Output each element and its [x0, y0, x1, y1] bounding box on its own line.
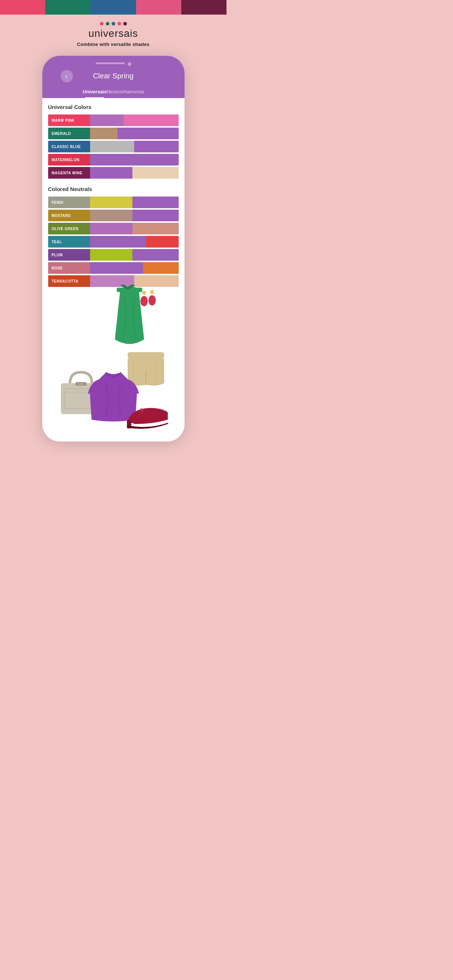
dot-5	[123, 22, 127, 25]
svg-point-2	[150, 290, 154, 294]
svg-point-3	[148, 295, 156, 305]
color-row-olive-green[interactable]: OLIVE GREEN	[48, 223, 179, 234]
olive-green-seg1	[90, 223, 133, 234]
plum-label: PLUM	[48, 249, 90, 261]
warm-pink-seg2	[124, 115, 179, 126]
fendi-seg1	[90, 197, 133, 208]
top-color-strip	[0, 0, 226, 14]
emerald-seg1	[90, 127, 118, 139]
color-row-fendi[interactable]: FENDI	[48, 197, 179, 208]
dot-2	[106, 22, 109, 25]
rose-label: ROSE	[48, 262, 90, 274]
emerald-seg2	[118, 127, 179, 139]
rose-seg1	[90, 262, 144, 274]
app-logo-text: universais	[88, 28, 138, 40]
phone-content: Universal Colors WARM PINK EMERALD CLASS…	[42, 98, 185, 442]
universal-colors-list: WARM PINK EMERALD CLASSIC BLUE WATERMELO…	[48, 115, 179, 179]
warm-pink-label: WARM PINK	[48, 115, 90, 126]
green-skirt-item	[109, 281, 150, 354]
magenta-wine-label: MAGENTA WINE	[48, 167, 90, 179]
color-row-teal[interactable]: TEAL	[48, 236, 179, 248]
mustard-seg1	[90, 210, 133, 221]
mustard-seg2	[132, 210, 179, 221]
magenta-wine-seg2	[132, 167, 179, 179]
logo-area: universais Combine with versatile shades	[0, 14, 226, 50]
red-shoes-item	[124, 401, 171, 431]
tagline-text: Combine with versatile shades	[77, 41, 150, 47]
svg-rect-5	[128, 352, 164, 359]
teal-label: TEAL	[48, 236, 90, 248]
teal-seg1	[90, 236, 147, 248]
back-button[interactable]: ‹	[61, 70, 73, 83]
notch-circle	[128, 62, 131, 66]
tab-neutros[interactable]: Neutros	[107, 86, 123, 98]
color-row-magenta-wine[interactable]: MAGENTA WINE	[48, 167, 179, 179]
phone-notch: ‹ Clear Spring Universais Neutros Harmon…	[42, 56, 185, 98]
strip-wine	[181, 0, 226, 14]
classic-blue-seg2	[134, 141, 179, 153]
universal-colors-title: Universal Colors	[48, 104, 179, 110]
plum-seg1	[90, 249, 133, 261]
dot-1	[100, 22, 104, 25]
strip-teal	[45, 0, 91, 14]
magenta-wine-seg1	[90, 167, 133, 179]
dot-4	[118, 22, 121, 25]
color-row-plum[interactable]: PLUM	[48, 249, 179, 261]
color-row-emerald[interactable]: EMERALD	[48, 127, 179, 139]
phone-header: ‹ Clear Spring	[53, 68, 174, 86]
olive-green-seg2	[132, 223, 179, 234]
notch-pill	[96, 62, 125, 64]
watermelon-label: WATERMELON	[48, 154, 90, 165]
colored-neutrals-title: Colored Neutrals	[48, 186, 179, 192]
warm-pink-seg1	[90, 115, 124, 126]
color-row-classic-blue[interactable]: CLASSIC BLUE	[48, 141, 179, 153]
screen-title: Clear Spring	[93, 72, 134, 80]
phone-frame: ‹ Clear Spring Universais Neutros Harmon…	[42, 56, 185, 442]
strip-blue	[91, 0, 136, 14]
fendi-seg2	[132, 197, 179, 208]
colored-neutrals-list: FENDI MUSTARD OLIVE GREEN TEAL	[48, 197, 179, 287]
tab-harmonia[interactable]: Harmonia	[123, 86, 144, 98]
phone-tabs: Universais Neutros Harmonia	[75, 86, 152, 98]
watermelon-seg1	[90, 154, 179, 165]
svg-rect-9	[78, 383, 84, 385]
color-row-warm-pink[interactable]: WARM PINK	[48, 115, 179, 126]
logo-dots	[100, 22, 127, 25]
tab-universais[interactable]: Universais	[83, 86, 107, 98]
fendi-label: FENDI	[48, 197, 90, 208]
classic-blue-seg1	[90, 141, 135, 153]
classic-blue-label: CLASSIC BLUE	[48, 141, 90, 153]
rose-seg2	[143, 262, 179, 274]
emerald-label: EMERALD	[48, 127, 90, 139]
plum-seg2	[132, 249, 179, 261]
strip-pink	[0, 0, 45, 14]
teal-seg2	[146, 236, 179, 248]
status-bar	[53, 62, 174, 66]
olive-green-label: OLIVE GREEN	[48, 223, 90, 234]
fashion-items-area	[48, 281, 179, 434]
back-arrow-icon: ‹	[65, 73, 67, 80]
color-row-watermelon[interactable]: WATERMELON	[48, 154, 179, 165]
mustard-label: MUSTARD	[48, 210, 90, 221]
strip-hotpink	[136, 0, 181, 14]
color-row-mustard[interactable]: MUSTARD	[48, 210, 179, 221]
color-row-rose[interactable]: ROSE	[48, 262, 179, 274]
dot-3	[112, 22, 115, 25]
